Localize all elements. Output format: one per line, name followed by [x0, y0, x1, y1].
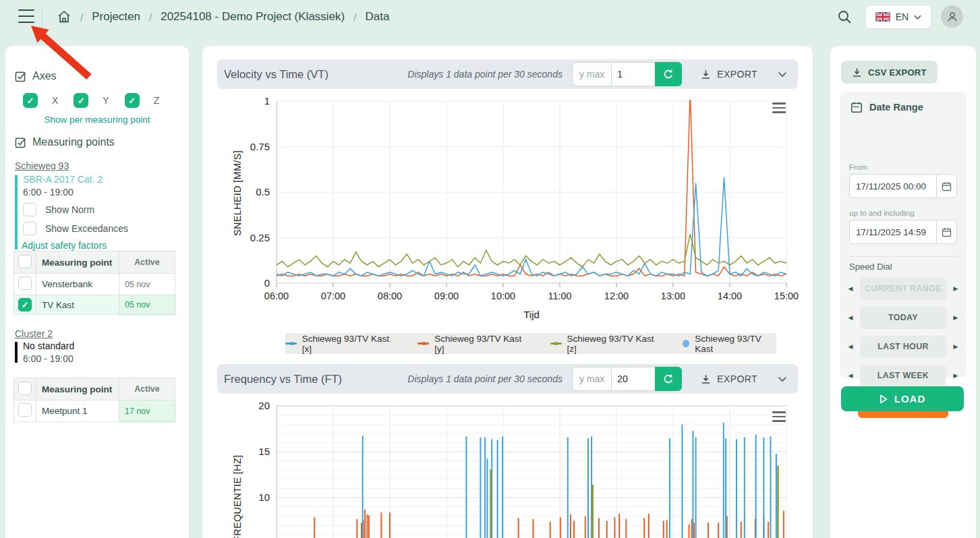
svg-text:09:00: 09:00	[434, 291, 459, 301]
chevron-down-icon	[778, 71, 787, 78]
active-date: 17 nov	[119, 400, 175, 422]
show-per-measuring-point-link[interactable]: Show per measuring point	[5, 115, 189, 125]
group-link-schieweg[interactable]: Schieweg 93	[15, 160, 69, 171]
show-norm-checkbox[interactable]	[23, 203, 36, 216]
vt-export-button[interactable]: EXPORT	[701, 69, 757, 80]
standard-option: Show Norm	[23, 203, 177, 216]
select-all-checkbox[interactable]	[18, 382, 32, 395]
date-range-title: Date Range	[869, 102, 923, 113]
standard-option: Show Exceedances	[23, 222, 177, 235]
arrow-right-icon[interactable]: ▶	[950, 285, 961, 292]
load-button[interactable]: LOAD	[841, 386, 964, 411]
to-date-field	[849, 220, 957, 244]
from-calendar-button[interactable]	[936, 175, 956, 198]
user-avatar[interactable]	[941, 5, 963, 28]
axis-label: Z	[154, 95, 160, 106]
row-checkbox[interactable]	[18, 298, 32, 311]
menu-button[interactable]	[18, 9, 34, 23]
speed-dial-today[interactable]: TODAY	[860, 307, 946, 329]
language-selector[interactable]: EN	[865, 5, 931, 29]
to-calendar-button[interactable]	[936, 220, 956, 243]
legend-marker-dash	[417, 342, 429, 345]
speed-dial-last-hour[interactable]: LAST HOUR	[860, 336, 946, 358]
legend-item[interactable]: Schieweg 93/TV Kast [z]	[550, 334, 660, 354]
vt-panel-header: Velocity vs Time (VT) Displays 1 data po…	[217, 59, 798, 89]
table-row[interactable]: TV Kast05 nov	[14, 295, 175, 315]
show-exceedances-checkbox[interactable]	[23, 222, 36, 235]
axis-checkbox-y[interactable]	[74, 93, 88, 108]
person-icon	[946, 10, 959, 24]
ft-subtitle: Displays 1 data point per 30 seconds	[407, 373, 563, 384]
svg-text:0.25: 0.25	[250, 232, 270, 243]
ft-export-label: EXPORT	[717, 373, 757, 384]
svg-text:14:00: 14:00	[718, 291, 742, 301]
vt-collapse-chevron[interactable]	[778, 71, 787, 78]
refresh-icon	[663, 373, 674, 384]
ft-refresh-button[interactable]	[655, 367, 682, 391]
arrow-left-icon[interactable]: ◀	[845, 314, 856, 321]
ft-export-button[interactable]: EXPORT	[701, 373, 757, 384]
row-checkbox[interactable]	[18, 403, 32, 417]
ft-title: Frequency vs Time (FT)	[224, 373, 342, 386]
arrow-left-icon[interactable]: ◀	[845, 285, 856, 292]
breadcrumb-projects[interactable]: Projecten	[92, 10, 140, 24]
speed-dial-row: ◀CURRENT RANGE▶	[845, 278, 961, 300]
standard-hours: 6:00 - 19:00	[23, 187, 177, 198]
svg-text:15: 15	[258, 446, 270, 457]
svg-text:11:00: 11:00	[548, 291, 571, 301]
vt-chart-context-menu-button[interactable]	[772, 102, 786, 113]
legend-label: Schieweg 93/TV Kast	[695, 334, 776, 354]
select-all-checkbox[interactable]	[18, 255, 32, 268]
arrow-left-icon[interactable]: ◀	[845, 343, 856, 350]
vt-y-axis-title: SNELHEID [MM/S]	[232, 150, 243, 236]
table-header-row: Measuring pointActive	[14, 378, 175, 400]
breadcrumb-separator: /	[353, 11, 356, 23]
legend-item[interactable]: Schieweg 93/TV Kast [y]	[417, 334, 527, 354]
breadcrumb-project-name[interactable]: 20254108 - Demo Project (Klassiek)	[161, 10, 345, 24]
legend-marker-dash	[285, 342, 297, 345]
speed-dial-last-week[interactable]: LAST WEEK	[860, 365, 946, 387]
axis-option-x: X	[23, 93, 58, 108]
legend-item[interactable]: Schieweg 93/TV Kast	[683, 334, 776, 354]
adjust-safety-factors-link[interactable]: Adjust safety factors	[22, 240, 177, 251]
table-header-checkbox-cell	[14, 251, 36, 274]
ft-ymax-input[interactable]	[611, 367, 655, 391]
app-window: / Projecten / 20254108 - Demo Project (K…	[0, 0, 980, 538]
row-checkbox[interactable]	[18, 276, 32, 290]
csv-export-button[interactable]: CSV EXPORT	[841, 61, 938, 84]
legend-item[interactable]: Schieweg 93/TV Kast [x]	[285, 334, 395, 354]
download-icon	[701, 69, 711, 80]
ft-collapse-chevron[interactable]	[778, 376, 787, 382]
table-row[interactable]: Vensterbank05 nov	[14, 274, 175, 295]
legend-label: Schieweg 93/TV Kast [z]	[567, 334, 660, 354]
to-date-input[interactable]	[850, 227, 936, 237]
arrow-right-icon[interactable]: ▶	[950, 314, 961, 321]
arrow-left-icon[interactable]: ◀	[845, 372, 856, 379]
arrow-right-icon[interactable]: ▶	[950, 372, 961, 379]
svg-text:0: 0	[264, 277, 270, 289]
home-icon[interactable]	[57, 9, 71, 24]
speed-dial-label: Speed Dial	[849, 262, 892, 272]
vt-refresh-button[interactable]	[655, 62, 682, 86]
from-date-input[interactable]	[850, 181, 936, 191]
vt-export-label: EXPORT	[717, 69, 757, 80]
axes-checkbox-row: XYZ	[23, 93, 171, 108]
date-range-sidebar: CSV EXPORT Date Range From up to and inc…	[830, 46, 976, 538]
axis-checkbox-x[interactable]	[23, 93, 38, 108]
legend-label: Schieweg 93/TV Kast [y]	[434, 334, 527, 354]
search-icon[interactable]	[835, 7, 854, 26]
svg-text:08:00: 08:00	[378, 291, 402, 301]
axis-checkbox-z[interactable]	[125, 93, 140, 108]
vt-ymax-input[interactable]	[611, 62, 655, 86]
table-row[interactable]: Meetpunt 117 nov	[14, 400, 175, 422]
group-link-cluster2[interactable]: Cluster 2	[15, 328, 53, 339]
language-code: EN	[896, 11, 909, 22]
breadcrumb-data[interactable]: Data	[365, 10, 389, 24]
download-icon	[852, 67, 862, 78]
ft-chart: 101520	[229, 398, 803, 538]
arrow-right-icon[interactable]: ▶	[950, 343, 961, 350]
ft-chart-context-menu-button[interactable]	[772, 411, 786, 422]
vt-series-1	[277, 93, 786, 276]
svg-text:0.5: 0.5	[256, 186, 270, 198]
measuring-point-name: TV Kast	[36, 295, 119, 315]
